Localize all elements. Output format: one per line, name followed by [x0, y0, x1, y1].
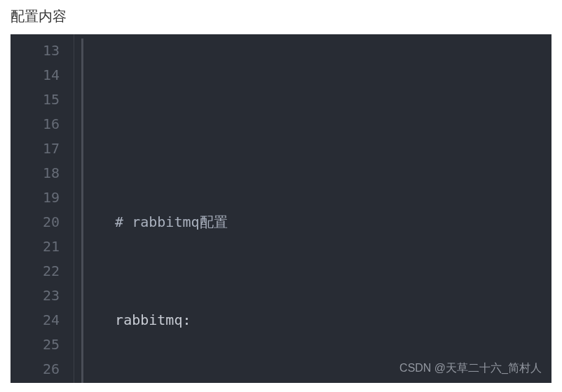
code-area[interactable]: # rabbitmq配置 rabbitmq: host: rabbitm por…: [94, 34, 551, 383]
watermark-text: CSDN @天草二十六_简村人: [399, 361, 542, 376]
code-line-comment: # rabbitmq配置: [94, 210, 551, 234]
line-number: 18: [11, 161, 60, 186]
line-number: 13: [11, 38, 60, 63]
line-number: 16: [11, 112, 60, 136]
line-number: 14: [11, 63, 60, 88]
line-number: 20: [11, 210, 60, 234]
line-number: 23: [11, 284, 60, 308]
page-title: 配置内容: [0, 0, 562, 34]
line-number: 15: [11, 88, 60, 112]
fold-column: [74, 34, 94, 383]
code-text: # rabbitmq配置: [98, 214, 228, 230]
code-line: [94, 112, 551, 136]
line-number: 21: [11, 234, 60, 259]
line-number-gutter: 1314151617181920212223242526: [11, 34, 74, 383]
yaml-key: rabbitmq:: [115, 312, 191, 328]
line-number: 22: [11, 259, 60, 284]
line-number: 25: [11, 332, 60, 357]
line-number: 17: [11, 136, 60, 161]
line-number: 24: [11, 308, 60, 332]
line-number: 26: [11, 357, 60, 382]
code-line: rabbitmq:: [94, 308, 551, 332]
line-number: 19: [11, 186, 60, 210]
code-editor: 1314151617181920212223242526 # rabbitmq配…: [11, 34, 551, 383]
